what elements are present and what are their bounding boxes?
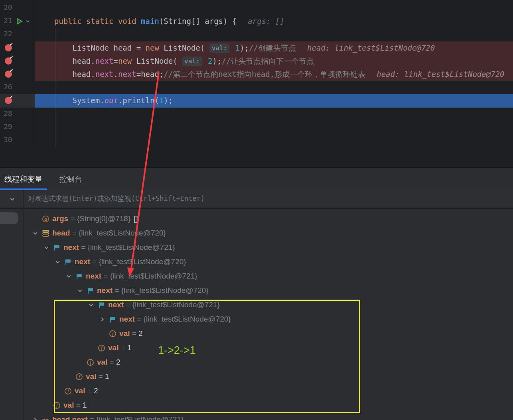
variable-name: val <box>108 343 118 352</box>
code-segment: //让头节点指向下一个节点 <box>221 57 314 65</box>
indent-guide <box>55 28 55 147</box>
tree-row[interactable]: next = {link_test$ListNode@720} <box>0 255 513 269</box>
inline-debugger-hint: head: link_test$ListNode@720 <box>307 43 435 52</box>
variable-icon <box>41 230 49 237</box>
variable-name: val <box>63 401 74 410</box>
gutter <box>0 55 35 68</box>
code-segment: ListNode( <box>159 43 209 52</box>
equals-sign: = <box>79 243 88 252</box>
gutter: 21 <box>0 15 35 28</box>
line-number: 21 <box>4 16 12 25</box>
frames-panel-item[interactable] <box>0 212 18 224</box>
line-number: 20 <box>4 3 12 12</box>
code-segment <box>36 17 54 26</box>
tree-row[interactable]: next = {link_test$ListNode@720} <box>0 312 513 326</box>
equals-sign: = <box>135 315 144 324</box>
field-icon: f <box>86 359 94 366</box>
tree-row[interactable]: fval = 1 <box>0 369 513 384</box>
code-segment: 2 <box>208 57 212 65</box>
run-icon[interactable] <box>16 18 23 26</box>
breakpoint-icon[interactable] <box>5 44 12 51</box>
code-text[interactable]: ListNode head = new ListNode( val: 1);//… <box>35 41 513 55</box>
expand-chevron-icon[interactable] <box>87 302 95 308</box>
code-segment: public static void <box>54 17 141 26</box>
code-editor[interactable]: 2021 public static void main(String[] ar… <box>0 0 513 167</box>
variable-value: {link_test$ListNode@720} <box>144 315 231 324</box>
expand-chevron-icon[interactable] <box>31 230 39 237</box>
code-line: 30 <box>0 134 513 147</box>
panel-splitter[interactable] <box>23 190 24 420</box>
tree-row[interactable]: fval = 1 <box>0 341 513 355</box>
variable-name: next <box>86 272 101 281</box>
gutter: 20 <box>0 2 35 15</box>
run-controls <box>16 18 31 26</box>
breakpoint-icon[interactable] <box>5 71 12 78</box>
code-segment: main <box>141 17 159 26</box>
evaluate-expression-row[interactable]: 对表达式求值(Enter)或添加监视(Ctrl+Shift+Enter) <box>0 190 513 208</box>
code-segment: head. <box>36 57 95 65</box>
line-number: 29 <box>4 122 12 131</box>
code-segment: =head; <box>136 70 164 79</box>
code-segment <box>203 57 208 65</box>
code-line: 22 <box>0 28 513 41</box>
variable-name: next <box>63 243 79 252</box>
tree-row[interactable]: pargs = {String[0]@718}[] <box>0 212 513 226</box>
tree-row[interactable]: next = {link_test$ListNode@721} <box>0 269 513 283</box>
expand-chevron-icon[interactable] <box>76 287 84 294</box>
variable-name: val <box>86 372 96 381</box>
tree-row[interactable]: fval = 2 <box>0 355 513 369</box>
variable-name: args <box>52 214 68 223</box>
variables-tree[interactable]: pargs = {String[0]@718}[]head = {link_te… <box>0 209 513 420</box>
code-line: 29 <box>0 121 513 134</box>
code-segment: System. <box>36 96 105 105</box>
tree-row[interactable]: fval = 1 <box>0 398 513 412</box>
chevron-down-icon[interactable] <box>9 196 16 204</box>
breakpoint-icon[interactable] <box>5 97 12 104</box>
inline-debugger-hint: head: link_test$ListNode@720 <box>377 70 504 79</box>
tree-row[interactable]: fval = 2 <box>0 384 513 398</box>
code-line: 21 public static void main(String[] args… <box>0 15 513 28</box>
field-icon: f <box>97 344 105 352</box>
flag-icon <box>109 316 116 323</box>
expand-chevron-icon[interactable] <box>42 244 50 251</box>
inline-debugger-hint: args: [] <box>248 17 284 26</box>
tree-row[interactable]: next = {link_test$ListNode@721} <box>0 240 513 255</box>
expand-chevron-icon[interactable] <box>98 316 106 323</box>
ide-debugger-window: 2021 public static void main(String[] ar… <box>0 0 513 420</box>
tree-row[interactable]: next = {link_test$ListNode@721} <box>0 298 513 312</box>
tab-console[interactable]: 控制台 <box>55 168 87 190</box>
variable-value-suffix: [] <box>134 214 138 223</box>
variable-value: 2 <box>94 387 98 395</box>
expand-chevron-icon[interactable] <box>65 273 73 280</box>
code-text[interactable] <box>35 108 513 121</box>
code-text[interactable]: head.next.next=head;//第二个节点的next指向head,形… <box>35 68 513 81</box>
expand-chevron-icon[interactable] <box>31 416 39 420</box>
breakpoint-icon[interactable] <box>5 57 12 65</box>
code-text[interactable]: public static void main(String[] args) {… <box>35 15 513 28</box>
code-segment: . <box>113 70 118 79</box>
line-number: 28 <box>4 109 12 118</box>
code-text[interactable] <box>35 81 513 94</box>
tree-row[interactable]: fval = 2 <box>0 326 513 341</box>
svg-text:f: f <box>101 345 103 351</box>
equals-sign: = <box>96 372 105 381</box>
code-text[interactable] <box>35 2 513 15</box>
fold-chevron-icon[interactable] <box>25 18 31 26</box>
expand-chevron-icon[interactable] <box>53 259 61 265</box>
code-text[interactable] <box>35 121 513 134</box>
variable-name: val <box>97 358 107 367</box>
gutter-separator <box>35 0 35 147</box>
line-number: 22 <box>4 29 12 38</box>
code-text[interactable]: System.out.println(1); <box>35 94 513 107</box>
tree-row[interactable]: head.next = {link_test$ListNode@721} <box>0 412 513 420</box>
tree-row[interactable]: next = {link_test$ListNode@720} <box>0 283 513 298</box>
code-text[interactable]: head.next=new ListNode( val: 2);//让头节点指向… <box>35 55 513 68</box>
code-segment <box>231 43 235 52</box>
field-icon: f <box>109 330 116 338</box>
tab-threads-variables[interactable]: 线程和变量 <box>0 168 47 190</box>
tree-row[interactable]: head = {link_test$ListNode@720} <box>0 226 513 240</box>
code-text[interactable] <box>35 28 513 41</box>
code-text[interactable] <box>35 134 513 147</box>
variable-name: head.next <box>52 415 88 420</box>
field-icon: f <box>75 373 83 381</box>
